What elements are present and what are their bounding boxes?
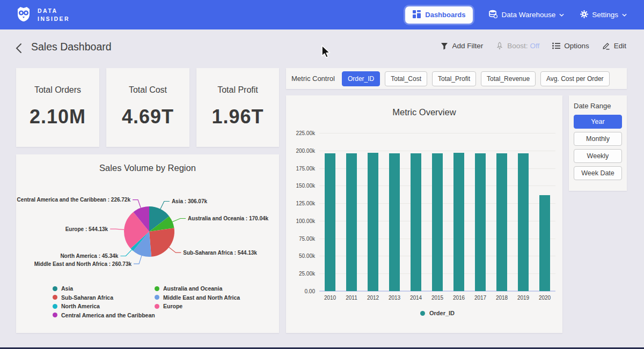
legend-dot (53, 304, 57, 309)
x-tick-label: 2019 (513, 295, 534, 301)
metric-option-total-profit[interactable]: Total_Profit (432, 71, 476, 86)
metric-option-total-cost[interactable]: Total_Cost (385, 71, 427, 86)
pie-label-europe: Europe : 544.13k (65, 226, 108, 232)
header-toolbar: Add Filter Boost: Off (441, 42, 626, 50)
legend-item-middle-east-and-north-africa[interactable]: Middle East and North Africa (155, 294, 240, 301)
back-button[interactable] (15, 43, 22, 55)
date-range-option-week-date[interactable]: Week Date (574, 166, 622, 180)
kpi-label: Total Cost (129, 85, 167, 95)
metric-option-order-id[interactable]: Order_ID (342, 71, 380, 86)
pie-slice-sub-saharan-africa[interactable] (149, 228, 174, 257)
dashboards-grid-icon (413, 10, 421, 20)
gear-icon (580, 10, 588, 20)
legend-item-australia-and-oceania[interactable]: Australia and Oceania (155, 285, 222, 292)
kpi-value: 1.96T (211, 106, 264, 128)
owl-logo-icon (15, 5, 32, 25)
pie-chart-title: Sales Volume by Region (16, 163, 279, 173)
y-tick-label: 200.00k (286, 148, 315, 154)
y-tick-label: 225.00k (286, 130, 315, 136)
metric-option-avg-cost-per-order[interactable]: Avg. Cost per Order (540, 71, 610, 86)
y-tick-label: 100.00k (286, 218, 315, 224)
legend-dot (420, 311, 425, 316)
page-header: Sales Dashboard Add Filter Boost: Off (0, 39, 644, 60)
legend-item-asia[interactable]: Asia (53, 285, 73, 292)
legend-dot (155, 295, 159, 300)
bar-2015[interactable] (432, 153, 443, 291)
bar-chart-legend[interactable]: Order_ID (319, 310, 555, 316)
list-icon (552, 42, 560, 49)
pie-label-sub-saharan-africa: Sub-Saharan Africa : 544.13k (183, 250, 257, 256)
kpi-card-total-profit: Total Profit 1.96T (196, 68, 279, 147)
bar-2016[interactable] (453, 153, 464, 291)
x-tick-label: 2015 (427, 295, 448, 301)
options-button[interactable]: Options (552, 42, 589, 50)
pie-label-line (134, 256, 142, 264)
date-range-option-monthly[interactable]: Monthly (574, 132, 622, 146)
legend-label: Europe (163, 303, 182, 309)
kpi-label: Total Profit (217, 85, 258, 95)
bar-2020[interactable] (539, 195, 550, 291)
chevron-down-icon (622, 13, 627, 17)
legend-dot (53, 313, 57, 317)
y-tick-label: 175.00k (286, 166, 315, 172)
y-tick-label: 0.00 (286, 288, 315, 294)
bar-2019[interactable] (518, 153, 529, 291)
x-tick-label: 2014 (405, 295, 427, 301)
bar-2010[interactable] (325, 153, 335, 291)
nav-settings[interactable]: Settings (580, 10, 627, 20)
legend-label: Asia (61, 285, 73, 292)
top-navbar: DATA INSIDER Dashboards (0, 0, 644, 29)
nav-data-warehouse[interactable]: Data Warehouse (489, 10, 564, 20)
x-tick-label: 2018 (491, 295, 513, 301)
metric-control-label: Metric Control (291, 75, 335, 83)
pie-label-australia-and-oceania: Australia and Oceania : 170.04k (188, 216, 269, 221)
legend-item-sub-saharan-africa[interactable]: Sub-Saharan Africa (53, 294, 113, 301)
bar-2014[interactable] (411, 153, 421, 291)
kpi-value: 2.10M (30, 106, 86, 128)
kpi-value: 4.69T (122, 106, 174, 128)
legend-item-europe[interactable]: Europe (155, 303, 182, 309)
database-icon (489, 10, 497, 20)
brand-logo[interactable]: DATA INSIDER (15, 5, 70, 25)
bar-2013[interactable] (389, 153, 400, 291)
metric-control-options: Order_IDTotal_CostTotal_ProfitTotal_Reve… (342, 71, 610, 86)
x-tick-label: 2013 (384, 295, 405, 301)
bar-2012[interactable] (368, 153, 378, 291)
legend-item-central-america-and-the-caribbean[interactable]: Central America and the Caribbean (53, 312, 155, 318)
y-tick-label: 75.00k (286, 236, 315, 242)
metric-overview-card: Metric Overview 0.0025.00k50.00k75.00k10… (286, 95, 562, 333)
bar-2017[interactable] (475, 153, 486, 291)
pencil-icon (602, 42, 610, 50)
date-range-option-year[interactable]: Year (574, 115, 622, 129)
metric-control-bar: Metric Control Order_IDTotal_CostTotal_P… (286, 68, 627, 89)
bar-chart-title: Metric Overview (286, 107, 562, 117)
pie-label-middle-east-and-north-africa: Middle East and North Africa : 260.73k (34, 261, 132, 267)
add-filter-button[interactable]: Add Filter (441, 42, 483, 50)
pie-chart[interactable]: Asia : 306.07kAustralia and Oceania : 17… (16, 180, 279, 284)
boost-value: Off (530, 42, 539, 50)
legend-dot (155, 286, 159, 291)
nav-settings-label: Settings (592, 11, 618, 19)
pie-label-line (169, 247, 181, 253)
boost-toggle[interactable]: Boost: Off (496, 42, 539, 50)
date-range-option-weekly[interactable]: Weekly (574, 149, 622, 163)
metric-option-total-revenue[interactable]: Total_Revenue (481, 71, 536, 86)
bar-2011[interactable] (346, 153, 357, 291)
date-range-label: Date Range (574, 102, 622, 110)
legend-item-north-america[interactable]: North America (53, 303, 100, 309)
pie-label-north-america: North America : 45.34k (60, 253, 118, 259)
bar-chart-x-axis: 2010201120122013201420152016201720182019… (319, 295, 555, 301)
edit-button[interactable]: Edit (602, 42, 626, 50)
nav-dashboards-button[interactable]: Dashboards (405, 6, 473, 24)
kpi-card-total-cost: Total Cost 4.69T (106, 68, 189, 147)
y-tick-label: 125.00k (286, 201, 315, 206)
bar-2018[interactable] (496, 153, 507, 291)
brand-name: DATA INSIDER (38, 7, 70, 22)
date-range-options: YearMonthlyWeeklyWeek Date (574, 115, 622, 180)
x-tick-label: 2017 (470, 295, 491, 301)
y-tick-label: 50.00k (286, 253, 315, 259)
legend-dot (155, 304, 159, 309)
pie-label-line (172, 219, 186, 222)
kpi-label: Total Orders (34, 85, 81, 95)
date-range-panel: Date Range YearMonthlyWeeklyWeek Date (569, 95, 627, 191)
